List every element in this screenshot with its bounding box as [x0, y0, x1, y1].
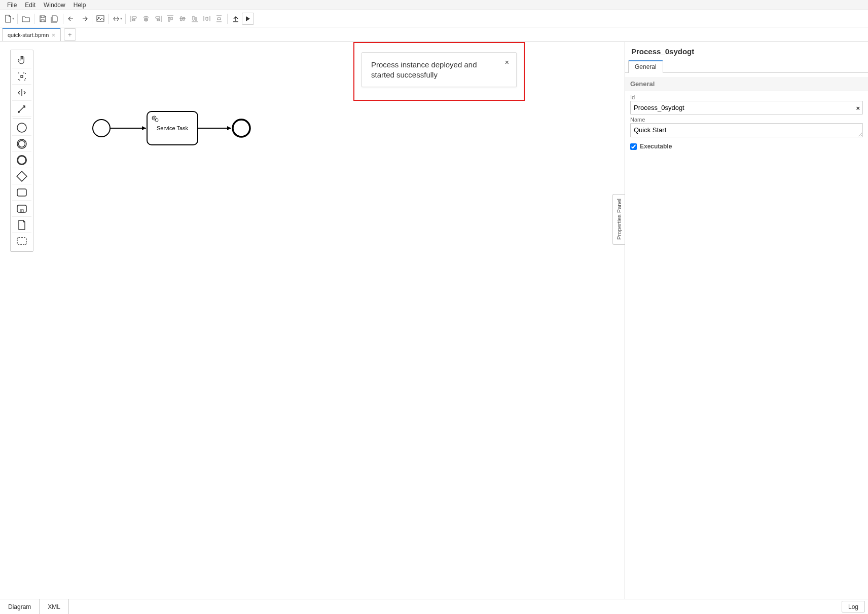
distribute-v-button[interactable]	[213, 13, 225, 25]
toolbar-separator	[63, 14, 63, 24]
connect-tool[interactable]	[12, 101, 31, 117]
menu-file[interactable]: File	[3, 1, 21, 10]
gateway-tool[interactable]	[12, 168, 31, 184]
properties-group-general: General Id × Name Quick Start Executable	[625, 73, 868, 154]
run-button[interactable]	[242, 13, 254, 25]
svg-rect-11	[17, 189, 26, 196]
group-title: General	[625, 77, 868, 91]
save-all-button[interactable]	[49, 13, 61, 25]
svg-point-8	[19, 140, 25, 147]
redo-button[interactable]	[78, 13, 90, 25]
task-tool[interactable]	[12, 184, 31, 201]
name-input[interactable]: Quick Start	[630, 123, 863, 137]
id-label: Id	[630, 94, 863, 100]
svg-point-9	[18, 156, 26, 164]
align-center-v-button[interactable]	[176, 13, 189, 25]
hand-tool[interactable]	[12, 52, 31, 68]
open-file-button[interactable]	[20, 13, 32, 25]
menu-window[interactable]: Window	[40, 1, 69, 10]
svg-rect-10	[17, 171, 27, 181]
toolbar-separator	[92, 14, 92, 24]
align-center-h-button[interactable]	[140, 13, 152, 25]
new-file-button[interactable]: ▾	[3, 13, 15, 25]
clear-icon[interactable]: ×	[856, 104, 860, 111]
properties-tab-general[interactable]: General	[628, 60, 663, 73]
properties-title: Process_0sydogt	[625, 42, 868, 60]
undo-button[interactable]	[65, 13, 78, 25]
svg-rect-14	[17, 238, 26, 245]
bottom-tab-xml[interactable]: XML	[40, 599, 69, 614]
distribute-h-button[interactable]	[201, 13, 213, 25]
intermediate-event-tool[interactable]	[12, 136, 31, 152]
start-event[interactable]	[93, 120, 110, 137]
notification-text: Process instance deployed and started su…	[371, 60, 477, 79]
executable-label: Executable	[640, 143, 672, 150]
file-tab[interactable]: quick-start.bpmn ×	[2, 28, 61, 41]
properties-toggle-label: Properties Panel	[616, 199, 622, 240]
notification-highlight: Process instance deployed and started su…	[353, 42, 525, 101]
start-event-tool[interactable]	[12, 120, 31, 136]
menu-edit[interactable]: Edit	[21, 1, 40, 10]
toolbar-separator	[227, 14, 228, 24]
end-event[interactable]	[233, 120, 250, 137]
svg-point-5	[18, 111, 20, 113]
end-event-tool[interactable]	[12, 152, 31, 168]
svg-rect-0	[97, 16, 104, 21]
tabs-row: quick-start.bpmn × +	[0, 27, 868, 42]
menu-help[interactable]: Help	[69, 1, 90, 10]
executable-checkbox[interactable]	[630, 143, 637, 150]
spacer	[69, 599, 839, 614]
align-top-button[interactable]	[164, 13, 176, 25]
tab-label: quick-start.bpmn	[8, 32, 49, 38]
menubar: File Edit Window Help	[0, 0, 868, 10]
align-right-button[interactable]	[152, 13, 164, 25]
group-tool[interactable]	[12, 233, 31, 249]
save-button[interactable]	[37, 13, 49, 25]
tool-palette	[10, 50, 33, 252]
properties-panel: Process_0sydogt General General Id × Nam…	[625, 42, 868, 599]
workspace: Service Task Process instance deployed a…	[0, 42, 868, 599]
align-button[interactable]: ▾	[111, 13, 123, 25]
data-object-tool[interactable]	[12, 217, 31, 233]
subprocess-tool[interactable]	[12, 201, 31, 217]
close-icon[interactable]: ×	[505, 58, 509, 67]
caret-down-icon: ▾	[120, 16, 122, 21]
notification-toast: Process instance deployed and started su…	[361, 52, 517, 87]
id-input[interactable]	[630, 101, 863, 114]
palette-separator	[13, 118, 30, 119]
deploy-button[interactable]	[230, 13, 242, 25]
log-button[interactable]: Log	[842, 601, 865, 612]
close-icon[interactable]: ×	[52, 32, 55, 38]
align-bottom-button[interactable]	[189, 13, 201, 25]
image-button[interactable]	[94, 13, 106, 25]
properties-panel-toggle[interactable]: Properties Panel	[612, 194, 625, 245]
name-label: Name	[630, 117, 863, 123]
toolbar-separator	[34, 14, 34, 24]
bottom-bar: Diagram XML Log	[0, 599, 868, 614]
toolbar-separator	[108, 14, 109, 24]
bottom-tab-diagram[interactable]: Diagram	[0, 599, 40, 614]
toolbar-separator	[125, 14, 126, 24]
toolbar-separator	[17, 14, 18, 24]
caret-down-icon: ▾	[12, 16, 14, 21]
align-left-button[interactable]	[128, 13, 140, 25]
task-label: Service Task	[157, 125, 189, 131]
toolbar: ▾ ▾	[0, 10, 868, 27]
lasso-tool[interactable]	[12, 68, 31, 85]
space-tool[interactable]	[12, 85, 31, 101]
properties-tabs: General	[625, 60, 868, 73]
svg-point-6	[17, 123, 26, 132]
add-tab-button[interactable]: +	[64, 28, 76, 41]
